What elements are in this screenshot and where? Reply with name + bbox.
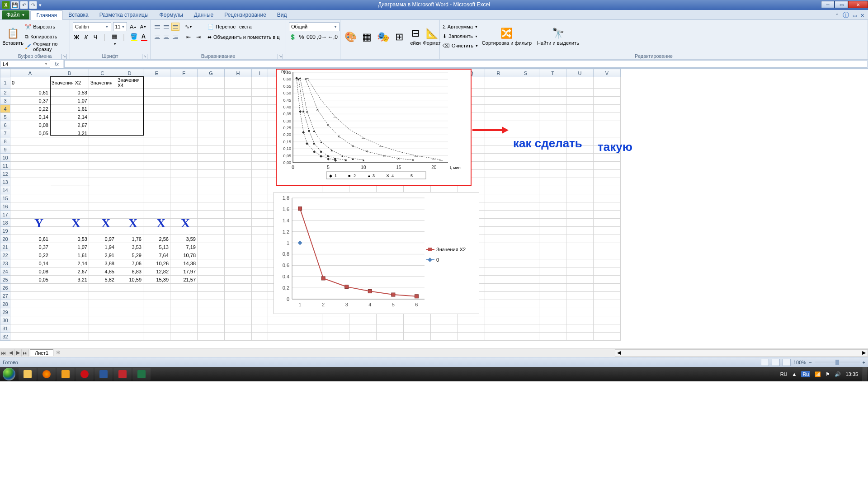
- cell[interactable]: [170, 202, 198, 211]
- mdi-close-icon[interactable]: ✕: [860, 13, 864, 19]
- cell[interactable]: [252, 235, 268, 243]
- cell[interactable]: [225, 105, 252, 113]
- cell[interactable]: [512, 333, 539, 341]
- cell[interactable]: 21,57: [170, 276, 198, 284]
- cell[interactable]: [512, 308, 539, 316]
- cell[interactable]: [50, 300, 89, 308]
- cell[interactable]: [225, 292, 252, 300]
- cell[interactable]: [225, 145, 252, 154]
- cell[interactable]: [458, 333, 485, 341]
- cell[interactable]: [143, 324, 170, 333]
- cell[interactable]: [252, 267, 268, 276]
- cell[interactable]: [89, 97, 116, 105]
- row-header[interactable]: 29: [0, 308, 10, 316]
- cell[interactable]: [566, 259, 594, 267]
- cell[interactable]: [566, 333, 594, 341]
- comma-button[interactable]: 000: [307, 33, 316, 42]
- cell[interactable]: 7,06: [116, 259, 143, 267]
- select-all-corner[interactable]: [0, 69, 10, 77]
- row-header[interactable]: 16: [0, 202, 10, 211]
- row-header[interactable]: 5: [0, 113, 10, 121]
- cell[interactable]: [252, 137, 268, 145]
- cell[interactable]: [512, 267, 539, 276]
- cell[interactable]: [539, 267, 566, 276]
- row-header[interactable]: 3: [0, 97, 10, 105]
- cell[interactable]: [225, 219, 252, 227]
- sheet-nav-last-icon[interactable]: ⏭: [22, 349, 29, 357]
- cell[interactable]: [594, 202, 621, 211]
- cell[interactable]: [539, 202, 566, 211]
- cell[interactable]: [377, 324, 404, 333]
- cell[interactable]: [143, 284, 170, 292]
- cell[interactable]: [116, 170, 143, 178]
- help-icon[interactable]: ⓘ: [843, 11, 849, 19]
- cell[interactable]: [225, 300, 252, 308]
- cell[interactable]: 5,82: [89, 276, 116, 284]
- cell[interactable]: [143, 178, 170, 186]
- cell[interactable]: [539, 154, 566, 162]
- cell[interactable]: [594, 121, 621, 129]
- cell[interactable]: [10, 162, 50, 170]
- cell[interactable]: [116, 178, 143, 186]
- cell[interactable]: [512, 324, 539, 333]
- cell[interactable]: [268, 333, 295, 341]
- tray-action-icon[interactable]: ⚑: [826, 371, 830, 377]
- cell[interactable]: [143, 194, 170, 202]
- cell[interactable]: [116, 162, 143, 170]
- cell[interactable]: [431, 324, 458, 333]
- tab-view[interactable]: Вид: [272, 10, 292, 19]
- cell[interactable]: [116, 324, 143, 333]
- cell[interactable]: [252, 105, 268, 113]
- cell[interactable]: [512, 227, 539, 235]
- cell[interactable]: [485, 194, 512, 202]
- column-header[interactable]: B: [50, 69, 89, 77]
- cell[interactable]: [10, 292, 50, 300]
- cell[interactable]: [252, 316, 268, 324]
- cell[interactable]: [198, 129, 225, 137]
- cell[interactable]: [485, 137, 512, 145]
- cell[interactable]: [225, 113, 252, 121]
- cell[interactable]: [116, 129, 143, 137]
- cell[interactable]: [225, 194, 252, 202]
- row-header[interactable]: 24: [0, 267, 10, 276]
- horizontal-scrollbar[interactable]: ◀▶: [615, 349, 868, 357]
- cell[interactable]: [295, 324, 322, 333]
- cell[interactable]: [198, 316, 225, 324]
- cell[interactable]: [404, 324, 431, 333]
- dialog-launcher-icon[interactable]: ↘: [278, 54, 283, 59]
- cell[interactable]: [198, 178, 225, 186]
- cell[interactable]: 3,21: [50, 129, 89, 137]
- format-as-table-button[interactable]: ▦: [359, 21, 374, 52]
- cell[interactable]: 1,07: [50, 97, 89, 105]
- cell[interactable]: [594, 235, 621, 243]
- cell[interactable]: [170, 77, 198, 89]
- cell[interactable]: 0,05: [10, 276, 50, 284]
- cell[interactable]: [485, 219, 512, 227]
- cell[interactable]: [512, 211, 539, 219]
- cell[interactable]: [10, 137, 50, 145]
- cell[interactable]: [512, 178, 539, 186]
- cell[interactable]: [252, 324, 268, 333]
- cell[interactable]: [50, 284, 89, 292]
- cell[interactable]: [143, 170, 170, 178]
- cell[interactable]: [225, 276, 252, 284]
- cell[interactable]: [89, 121, 116, 129]
- cell[interactable]: 0,14: [10, 113, 50, 121]
- cell[interactable]: [566, 77, 594, 89]
- grow-font-icon[interactable]: A▲: [129, 22, 137, 31]
- tab-page-layout[interactable]: Разметка страницы: [94, 10, 154, 19]
- cell[interactable]: [170, 89, 198, 97]
- cell[interactable]: [594, 308, 621, 316]
- cell[interactable]: [143, 308, 170, 316]
- cell[interactable]: [198, 137, 225, 145]
- tray-network-icon[interactable]: 📶: [815, 371, 821, 377]
- cell[interactable]: [89, 89, 116, 97]
- paste-button[interactable]: 📋Вставить: [3, 21, 23, 52]
- cell[interactable]: 0,14: [10, 259, 50, 267]
- cell[interactable]: [225, 316, 252, 324]
- cell[interactable]: [170, 333, 198, 341]
- find-select-button[interactable]: 🔭Найти и выделить: [535, 21, 581, 52]
- cell[interactable]: 1,61: [50, 105, 89, 113]
- cell[interactable]: [225, 154, 252, 162]
- cell[interactable]: 10,26: [143, 259, 170, 267]
